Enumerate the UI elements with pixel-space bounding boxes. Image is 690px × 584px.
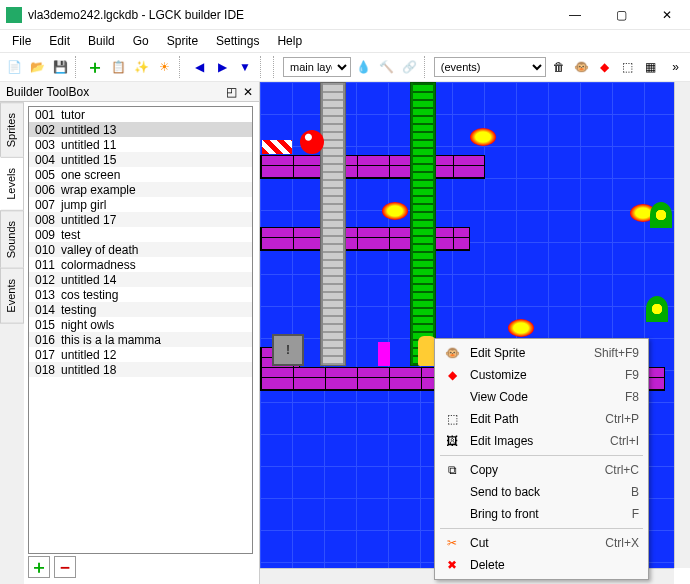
red-diamond-icon[interactable]: ◆ bbox=[594, 56, 615, 78]
block-sprite[interactable]: ! bbox=[272, 334, 304, 366]
new-file-icon[interactable]: 📄 bbox=[4, 56, 25, 78]
add-icon[interactable]: ＋ bbox=[85, 56, 106, 78]
context-menu-item[interactable]: 🖼Edit ImagesCtrl+I bbox=[438, 430, 645, 452]
menu-bar: File Edit Build Go Sprite Settings Help bbox=[0, 30, 690, 52]
open-file-icon[interactable]: 📂 bbox=[27, 56, 48, 78]
context-menu-item[interactable]: ✖Delete bbox=[438, 554, 645, 576]
context-menu-item[interactable]: Bring to frontF bbox=[438, 503, 645, 525]
panel-close-icon[interactable]: ✕ bbox=[243, 85, 253, 99]
stripe-sprite[interactable] bbox=[262, 140, 292, 154]
overflow-icon[interactable]: » bbox=[665, 56, 686, 78]
flower-sprite[interactable] bbox=[650, 202, 672, 228]
menu-help[interactable]: Help bbox=[269, 32, 310, 50]
menu-go[interactable]: Go bbox=[125, 32, 157, 50]
diamond-sprite[interactable] bbox=[382, 202, 408, 220]
apple-sprite[interactable] bbox=[300, 130, 324, 154]
path-tool-icon[interactable]: ⬚ bbox=[617, 56, 638, 78]
sun-icon[interactable]: ☀ bbox=[154, 56, 175, 78]
context-menu-label: Customize bbox=[462, 368, 625, 382]
events-combo[interactable]: (events) bbox=[434, 57, 546, 77]
list-item[interactable]: 002untitled 13 bbox=[29, 122, 252, 137]
list-item[interactable]: 008untitled 17 bbox=[29, 212, 252, 227]
context-menu-shortcut: F8 bbox=[625, 390, 639, 404]
monkey-icon: 🐵 bbox=[442, 345, 462, 361]
levels-list[interactable]: 001tutor002untitled 13003untitled 11004u… bbox=[28, 106, 253, 554]
context-menu-shortcut: F bbox=[632, 507, 639, 521]
remove-level-button[interactable]: － bbox=[54, 556, 76, 578]
list-item[interactable]: 015night owls bbox=[29, 317, 252, 332]
list-item[interactable]: 001tutor bbox=[29, 107, 252, 122]
tab-sounds[interactable]: Sounds bbox=[0, 210, 24, 269]
list-item[interactable]: 013cos testing bbox=[29, 287, 252, 302]
list-item[interactable]: 016this is a la mamma bbox=[29, 332, 252, 347]
diamond-sprite[interactable] bbox=[470, 128, 496, 146]
wand-icon[interactable]: ✨ bbox=[131, 56, 152, 78]
layer-combo[interactable]: main laye bbox=[283, 57, 351, 77]
panel-title: Builder ToolBox bbox=[6, 85, 89, 99]
context-menu-item[interactable]: ⬚Edit PathCtrl+P bbox=[438, 408, 645, 430]
flower-sprite[interactable] bbox=[646, 296, 668, 322]
list-item[interactable]: 004untitled 15 bbox=[29, 152, 252, 167]
context-menu-item[interactable]: 🐵Edit SpriteShift+F9 bbox=[438, 342, 645, 364]
prev-arrow-icon[interactable]: ◀ bbox=[189, 56, 210, 78]
list-item[interactable]: 011colormadness bbox=[29, 257, 252, 272]
context-menu-label: Edit Path bbox=[462, 412, 605, 426]
list-item[interactable]: 006wrap example bbox=[29, 182, 252, 197]
save-file-icon[interactable]: 💾 bbox=[50, 56, 71, 78]
menu-file[interactable]: File bbox=[4, 32, 39, 50]
context-menu-shortcut: F9 bbox=[625, 368, 639, 382]
key-sprite[interactable] bbox=[378, 342, 390, 366]
list-item[interactable]: 017untitled 12 bbox=[29, 347, 252, 362]
context-menu-item[interactable]: ✂CutCtrl+X bbox=[438, 532, 645, 554]
images-icon: 🖼 bbox=[442, 433, 462, 449]
title-bar: vla3demo242.lgckdb - LGCK builder IDE — … bbox=[0, 0, 690, 30]
add-level-button[interactable]: ＋ bbox=[28, 556, 50, 578]
water-drop-icon[interactable]: 💧 bbox=[353, 56, 374, 78]
context-menu: 🐵Edit SpriteShift+F9◆CustomizeF9View Cod… bbox=[434, 338, 649, 580]
down-arrow-icon[interactable]: ▼ bbox=[235, 56, 256, 78]
window-title: vla3demo242.lgckdb - LGCK builder IDE bbox=[28, 8, 552, 22]
list-item[interactable]: 014testing bbox=[29, 302, 252, 317]
list-item[interactable]: 012untitled 14 bbox=[29, 272, 252, 287]
list-item[interactable]: 003untitled 11 bbox=[29, 137, 252, 152]
context-menu-item[interactable]: View CodeF8 bbox=[438, 386, 645, 408]
context-menu-shortcut: Ctrl+P bbox=[605, 412, 639, 426]
context-menu-item[interactable]: ◆CustomizeF9 bbox=[438, 364, 645, 386]
context-menu-shortcut: B bbox=[631, 485, 639, 499]
list-item[interactable]: 005one screen bbox=[29, 167, 252, 182]
list-item[interactable]: 010valley of death bbox=[29, 242, 252, 257]
menu-settings[interactable]: Settings bbox=[208, 32, 267, 50]
trash-icon[interactable]: 🗑 bbox=[548, 56, 569, 78]
document-icon[interactable]: 📋 bbox=[108, 56, 129, 78]
cut-icon: ✂ bbox=[442, 535, 462, 551]
tab-events[interactable]: Events bbox=[0, 268, 24, 324]
maximize-button[interactable]: ▢ bbox=[598, 0, 644, 30]
next-arrow-icon[interactable]: ▶ bbox=[212, 56, 233, 78]
copy-icon: ⧉ bbox=[442, 462, 462, 478]
hammer-icon[interactable]: 🔨 bbox=[376, 56, 397, 78]
menu-sprite[interactable]: Sprite bbox=[159, 32, 206, 50]
context-menu-label: View Code bbox=[462, 390, 625, 404]
list-item[interactable]: 007jump girl bbox=[29, 197, 252, 212]
grid-icon[interactable]: ▦ bbox=[640, 56, 661, 78]
menu-build[interactable]: Build bbox=[80, 32, 123, 50]
monkey-icon[interactable]: 🐵 bbox=[571, 56, 592, 78]
vertical-scrollbar[interactable] bbox=[674, 82, 690, 568]
close-button[interactable]: ✕ bbox=[644, 0, 690, 30]
tab-levels[interactable]: Levels bbox=[0, 157, 24, 211]
tab-sprites[interactable]: Sprites bbox=[0, 102, 24, 158]
context-menu-item[interactable]: Send to backB bbox=[438, 481, 645, 503]
context-menu-shortcut: Ctrl+C bbox=[605, 463, 639, 477]
path-icon: ⬚ bbox=[442, 411, 462, 427]
menu-edit[interactable]: Edit bbox=[41, 32, 78, 50]
list-item[interactable]: 009test bbox=[29, 227, 252, 242]
minimize-button[interactable]: — bbox=[552, 0, 598, 30]
context-menu-label: Edit Images bbox=[462, 434, 610, 448]
diamond-sprite[interactable] bbox=[508, 319, 534, 337]
context-menu-label: Bring to front bbox=[462, 507, 632, 521]
link-icon[interactable]: 🔗 bbox=[399, 56, 420, 78]
list-item[interactable]: 018untitled 18 bbox=[29, 362, 252, 377]
context-menu-label: Send to back bbox=[462, 485, 631, 499]
context-menu-item[interactable]: ⧉CopyCtrl+C bbox=[438, 459, 645, 481]
panel-undock-icon[interactable]: ◰ bbox=[226, 85, 237, 99]
